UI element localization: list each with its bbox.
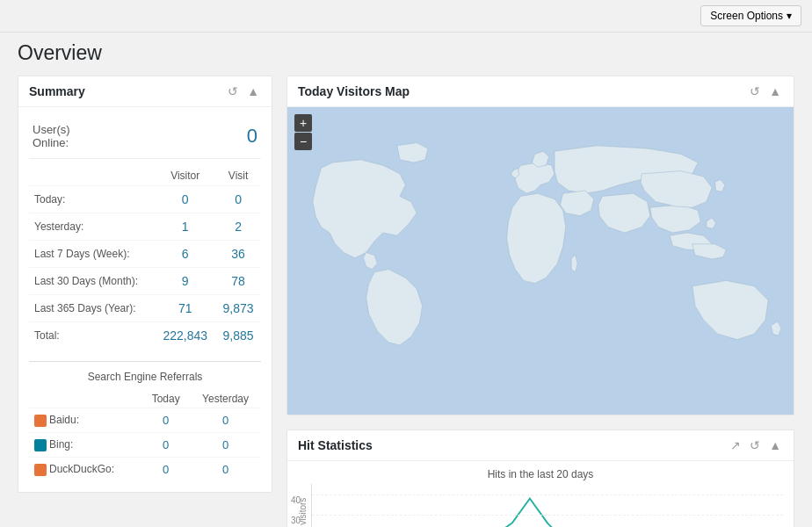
summary-widget: Summary ↺ ▲ User(s)Online: 0 V	[18, 76, 272, 493]
summary-widget-title: Summary	[29, 84, 85, 98]
hit-stats-export-button[interactable]: ↗	[729, 437, 743, 453]
se-col-yesterday: Yesterday	[190, 390, 261, 408]
summary-divider	[29, 361, 261, 362]
map-container: + −	[287, 107, 794, 415]
chart-gridline-40: 40	[312, 495, 783, 495]
chart-area: s and visitors 40 30	[298, 484, 783, 527]
se-table-body: Baidu: 0 0 Bing: 0 0 DuckDuckGo: 0 0	[29, 408, 261, 482]
summary-table: Visitor Visit Today: 0 0 Yesterday: 1 2 …	[29, 166, 261, 349]
summary-table-row: Today: 0 0	[29, 186, 261, 213]
summary-row-visit: 78	[215, 268, 261, 295]
chart-title: Hits in the last 20 days	[298, 468, 783, 480]
summary-table-row: Last 7 Days (Week): 6 36	[29, 241, 261, 268]
summary-table-body: Today: 0 0 Yesterday: 1 2 Last 7 Days (W…	[29, 186, 261, 350]
summary-col-visit: Visit	[215, 166, 261, 186]
summary-row-label: Today:	[29, 186, 155, 213]
se-table-row: Bing: 0 0	[29, 433, 261, 458]
map-widget-title: Today Visitors Map	[298, 84, 410, 98]
screen-options-button[interactable]: Screen Options ▾	[700, 5, 801, 26]
hit-stats-chart: Hits in the last 20 days s and visitors …	[287, 461, 794, 527]
hit-stats-widget-controls: ↗ ↺ ▲	[729, 437, 783, 453]
se-engine-icon	[34, 439, 47, 451]
right-column: Today Visitors Map ↺ ▲ + −	[286, 76, 794, 527]
se-row-yesterday: 0	[190, 408, 261, 433]
se-table-row: DuckDuckGo: 0 0	[29, 458, 261, 482]
map-widget: Today Visitors Map ↺ ▲ + −	[286, 76, 794, 415]
page-title: Overview	[0, 32, 812, 76]
hit-stats-widget-title: Hit Statistics	[298, 438, 373, 452]
summary-row-visit: 0	[215, 186, 261, 213]
se-col-today: Today	[141, 390, 190, 408]
map-zoom-out-button[interactable]: −	[294, 133, 312, 150]
users-online-value: 0	[247, 125, 257, 148]
se-col-label	[29, 390, 141, 408]
map-widget-header: Today Visitors Map ↺ ▲	[287, 76, 794, 107]
summary-widget-body: User(s)Online: 0 Visitor Visit Today:	[18, 107, 272, 492]
hit-stats-widget: Hit Statistics ↗ ↺ ▲ Hits in the last 20…	[286, 430, 794, 527]
se-row-yesterday: 0	[190, 433, 261, 458]
summary-row-label: Yesterday:	[29, 213, 155, 241]
summary-widget-controls: ↺ ▲	[226, 83, 261, 99]
summary-row-visitor: 9	[155, 268, 215, 295]
hit-stats-collapse-button[interactable]: ▲	[767, 437, 783, 453]
summary-table-row: Last 365 Days (Year): 71 9,873	[29, 295, 261, 322]
summary-row-label: Last 365 Days (Year):	[29, 295, 155, 322]
map-zoom-in-button[interactable]: +	[294, 114, 312, 132]
map-widget-controls: ↺ ▲	[748, 83, 783, 99]
se-row-today: 0	[141, 433, 190, 458]
map-refresh-button[interactable]: ↺	[748, 83, 762, 99]
hit-stats-widget-header: Hit Statistics ↗ ↺ ▲	[287, 430, 794, 461]
se-header-row: Today Yesterday	[29, 390, 261, 408]
chart-gridline-30: 30	[312, 515, 783, 516]
summary-refresh-button[interactable]: ↺	[226, 83, 240, 99]
summary-row-visitor: 222,843	[155, 322, 215, 350]
summary-row-visit: 36	[215, 241, 261, 268]
search-engine-title: Search Engine Referrals	[29, 371, 261, 383]
summary-collapse-button[interactable]: ▲	[245, 83, 261, 99]
chart-label-40: 40	[291, 495, 301, 505]
se-row-label: Bing:	[29, 433, 141, 458]
se-row-today: 0	[141, 408, 190, 433]
map-collapse-button[interactable]: ▲	[767, 83, 783, 99]
se-row-label: DuckDuckGo:	[29, 458, 141, 482]
chart-label-30: 30	[291, 516, 301, 525]
summary-col-label	[29, 166, 155, 186]
search-engine-table: Today Yesterday Baidu: 0 0 Bing: 0 0 Duc…	[29, 390, 261, 481]
chart-inner: 40 30	[311, 484, 783, 527]
summary-row-label: Total:	[29, 322, 155, 350]
se-engine-icon	[34, 415, 47, 427]
se-table-row: Baidu: 0 0	[29, 408, 261, 433]
top-bar: Screen Options ▾	[0, 0, 812, 32]
se-engine-icon	[34, 464, 47, 476]
map-zoom-controls: + −	[294, 114, 312, 151]
chevron-down-icon: ▾	[787, 10, 792, 22]
users-online-label: User(s)Online:	[33, 123, 70, 149]
summary-row-visitor: 0	[155, 186, 215, 213]
summary-row-visit: 9,885	[215, 322, 261, 350]
summary-widget-header: Summary ↺ ▲	[18, 76, 272, 107]
summary-row-label: Last 30 Days (Month):	[29, 268, 155, 295]
left-column: Summary ↺ ▲ User(s)Online: 0 V	[18, 76, 272, 527]
se-row-yesterday: 0	[190, 458, 261, 482]
summary-row-visitor: 6	[155, 241, 215, 268]
chart-svg	[312, 484, 783, 527]
summary-table-header-row: Visitor Visit	[29, 166, 261, 186]
summary-table-row: Total: 222,843 9,885	[29, 322, 261, 350]
se-row-today: 0	[141, 458, 190, 482]
summary-row-visitor: 1	[155, 213, 215, 241]
summary-row-visitor: 71	[155, 295, 215, 322]
se-row-label: Baidu:	[29, 408, 141, 433]
summary-row-visit: 2	[215, 213, 261, 241]
users-online-row: User(s)Online: 0	[29, 118, 261, 159]
summary-row-visit: 9,873	[215, 295, 261, 322]
summary-row-label: Last 7 Days (Week):	[29, 241, 155, 268]
world-map-svg	[287, 107, 794, 415]
hit-stats-refresh-button[interactable]: ↺	[748, 437, 762, 453]
screen-options-label: Screen Options	[710, 10, 783, 22]
main-content: Summary ↺ ▲ User(s)Online: 0 V	[0, 76, 812, 527]
summary-table-row: Yesterday: 1 2	[29, 213, 261, 241]
summary-table-row: Last 30 Days (Month): 9 78	[29, 268, 261, 295]
summary-col-visitor: Visitor	[155, 166, 215, 186]
